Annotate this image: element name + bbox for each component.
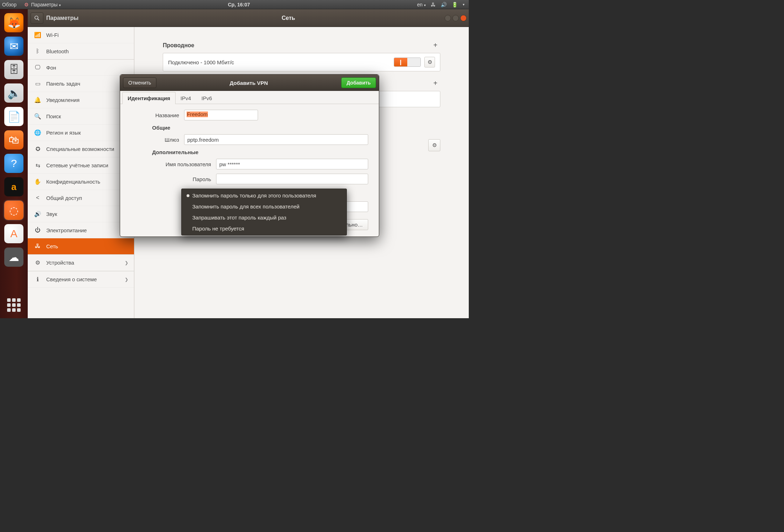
launcher-software[interactable]: 🛍: [4, 130, 23, 150]
radio-indicator-icon: [187, 194, 189, 197]
tab-ipv4[interactable]: IPv4: [175, 92, 197, 104]
gateway-label: Шлюз: [131, 137, 184, 143]
battery-icon[interactable]: 🔋: [452, 2, 458, 7]
sidebar-item-регион-и-язык[interactable]: 🌐Регион и язык: [28, 125, 134, 141]
wired-section-title: Проводное: [163, 42, 194, 49]
password-option[interactable]: Запрашивать этот пароль каждый раз: [182, 212, 347, 223]
general-section-header: Общие: [152, 125, 368, 131]
sidebar-icon: ᛒ: [34, 48, 41, 54]
sidebar-item-поиск[interactable]: 🔍Поиск: [28, 108, 134, 125]
sidebar-item-сетевые-учётные-записи[interactable]: ⇆Сетевые учётные записи: [28, 157, 134, 174]
launcher: 🦊 ✉ 🗄 🔈 📄 🛍 ? a ◌ A ☁: [0, 9, 28, 318]
password-input[interactable]: [216, 174, 368, 184]
clock[interactable]: Ср, 16:07: [61, 2, 417, 7]
svg-point-0: [35, 16, 38, 19]
svg-line-1: [38, 19, 39, 20]
add-vpn-button[interactable]: +: [430, 79, 440, 87]
user-input[interactable]: [216, 159, 368, 169]
sidebar-icon: <: [34, 195, 41, 201]
sidebar-label: Специальные возможности: [46, 146, 114, 152]
sidebar-label: Сеть: [46, 243, 58, 249]
volume-icon[interactable]: 🔊: [441, 2, 447, 7]
sidebar-item-специальные-возможности[interactable]: ✪Специальные возможности: [28, 141, 134, 157]
add-wired-button[interactable]: +: [430, 41, 440, 49]
sidebar-icon: ℹ: [34, 276, 41, 283]
sidebar-label: Сведения о системе: [46, 276, 97, 282]
sidebar-label: Звук: [46, 211, 57, 217]
wired-switch[interactable]: ❙: [394, 58, 421, 67]
sidebar-icon: ▭: [34, 80, 41, 87]
sidebar-icon: 🔊: [34, 211, 41, 217]
show-apps-button[interactable]: [4, 295, 23, 315]
proxy-settings-button[interactable]: ⚙: [428, 139, 440, 151]
sidebar-icon: 🌐: [34, 129, 41, 136]
window-header: Параметры Сеть: [28, 9, 469, 27]
launcher-settings[interactable]: ◌: [4, 201, 23, 220]
name-label: Название: [131, 112, 184, 118]
sidebar-label: Панель задач: [46, 81, 80, 87]
launcher-rhythmbox[interactable]: 🔈: [4, 83, 23, 103]
password-label: Пароль: [131, 176, 216, 182]
dialog-titlebar: Отменить Добавить VPN Добавить: [120, 75, 379, 91]
password-option-label: Запрашивать этот пароль каждый раз: [192, 215, 286, 221]
minimize-button[interactable]: [445, 15, 451, 21]
settings-sidebar: 📶Wi-FiᛒBluetooth🖵Фон▭Панель задач🔔Уведом…: [28, 27, 134, 318]
sidebar-item-сеть[interactable]: 🖧Сеть: [28, 238, 134, 254]
wired-status: Подключено - 1000 Мбит/с: [168, 59, 234, 65]
launcher-files[interactable]: 🗄: [4, 60, 23, 79]
cancel-button[interactable]: Отменить: [123, 77, 156, 88]
settings-icon: ⚙: [24, 2, 29, 7]
wired-connection-row: Подключено - 1000 Мбит/с ❙ ⚙: [163, 53, 440, 71]
app-menu[interactable]: Параметры ▾: [31, 2, 61, 7]
sidebar-item-уведомления[interactable]: 🔔Уведомления: [28, 92, 134, 108]
sidebar-label: Конфиденциальность: [46, 179, 100, 185]
launcher-writer[interactable]: 📄: [4, 107, 23, 126]
sidebar-item-bluetooth[interactable]: ᛒBluetooth: [28, 43, 134, 59]
sidebar-label: Wi-Fi: [46, 32, 59, 38]
system-menu-caret-icon[interactable]: ▾: [463, 2, 465, 6]
password-option[interactable]: Запомнить пароль только для этого пользо…: [182, 190, 347, 201]
sidebar-item-wi-fi[interactable]: 📶Wi-Fi: [28, 27, 134, 43]
optional-section-header: Дополнительные: [152, 149, 368, 155]
tab-identity[interactable]: Идентификация: [122, 92, 176, 104]
sidebar-search-button[interactable]: [31, 12, 43, 24]
sidebar-icon: 🔔: [34, 97, 41, 103]
sidebar-item-панель-задач[interactable]: ▭Панель задач: [28, 76, 134, 92]
sidebar-item-электропитание[interactable]: ⏻Электропитание: [28, 222, 134, 238]
sidebar-label: Фон: [46, 65, 56, 71]
gear-icon: ⚙: [432, 142, 437, 148]
overview-button[interactable]: Обзор: [2, 2, 16, 7]
password-option[interactable]: Пароль не требуется: [182, 223, 347, 234]
sidebar-item-устройства[interactable]: ⚙Устройства❯: [28, 254, 134, 271]
password-option-label: Запомнить пароль для всех пользователей: [192, 203, 300, 210]
sidebar-label: Bluetooth: [46, 48, 69, 54]
gateway-input[interactable]: [184, 134, 368, 145]
sidebar-item-конфиденциальность[interactable]: ✋Конфиденциальность: [28, 174, 134, 190]
password-option-label: Пароль не требуется: [192, 226, 244, 232]
launcher-help[interactable]: ?: [4, 154, 23, 173]
sidebar-item-звук[interactable]: 🔊Звук: [28, 206, 134, 222]
gear-icon: ⚙: [428, 59, 432, 65]
sidebar-item-сведения-о-системе[interactable]: ℹСведения о системе❯: [28, 271, 134, 288]
sidebar-header-title: Параметры: [46, 15, 79, 21]
sidebar-item-фон[interactable]: 🖵Фон: [28, 59, 134, 76]
tab-ipv6[interactable]: IPv6: [196, 92, 218, 104]
sidebar-icon: 🖧: [34, 243, 41, 249]
launcher-firefox[interactable]: 🦊: [4, 13, 23, 32]
sidebar-item-общий-доступ[interactable]: <Общий доступ: [28, 190, 134, 206]
close-button[interactable]: [460, 15, 467, 21]
launcher-thunderbird[interactable]: ✉: [4, 37, 23, 56]
launcher-item[interactable]: ☁: [4, 248, 23, 267]
wired-settings-button[interactable]: ⚙: [424, 57, 435, 67]
launcher-updater[interactable]: A: [4, 224, 23, 243]
maximize-button[interactable]: [452, 15, 459, 21]
password-option[interactable]: Запомнить пароль для всех пользователей: [182, 201, 347, 212]
name-selected-text: Freedom: [187, 112, 208, 117]
network-indicator-icon[interactable]: 🖧: [431, 2, 436, 7]
sidebar-icon: ⚙: [34, 259, 41, 266]
launcher-amazon[interactable]: a: [4, 177, 23, 196]
lang-indicator[interactable]: en ▾: [417, 2, 426, 7]
user-label: Имя пользователя: [131, 161, 216, 167]
add-button[interactable]: Добавить: [341, 77, 376, 88]
window-title: Сеть: [134, 15, 442, 21]
